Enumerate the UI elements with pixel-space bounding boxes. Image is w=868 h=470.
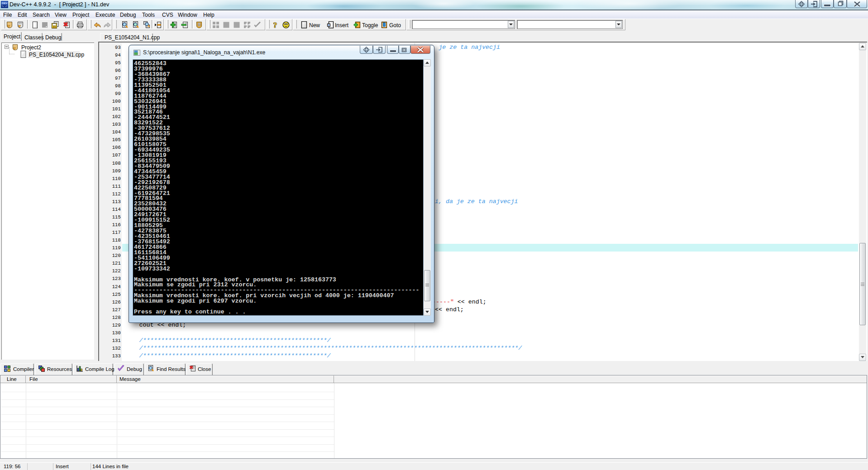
svg-text:?: ? (273, 21, 277, 28)
svg-text:DEV: DEV (2, 2, 7, 5)
